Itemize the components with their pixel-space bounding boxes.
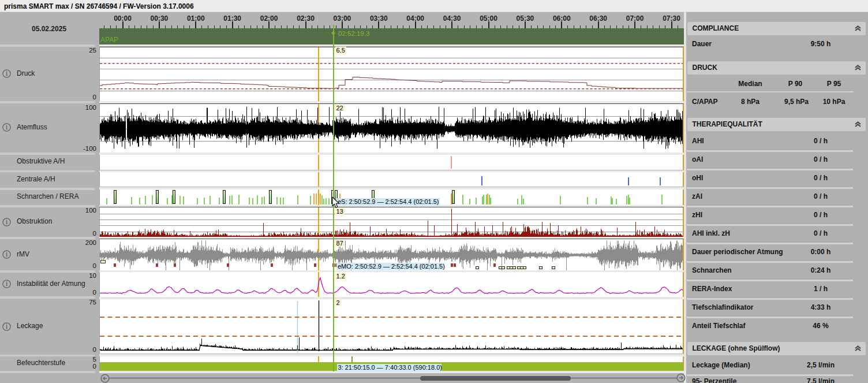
svg-text:i: i <box>6 70 8 77</box>
svg-text:i: i <box>6 218 8 225</box>
svg-text:i: i <box>6 280 8 287</box>
svg-text:i: i <box>6 251 8 258</box>
svg-text:i: i <box>6 323 8 330</box>
svg-text:i: i <box>6 124 8 131</box>
